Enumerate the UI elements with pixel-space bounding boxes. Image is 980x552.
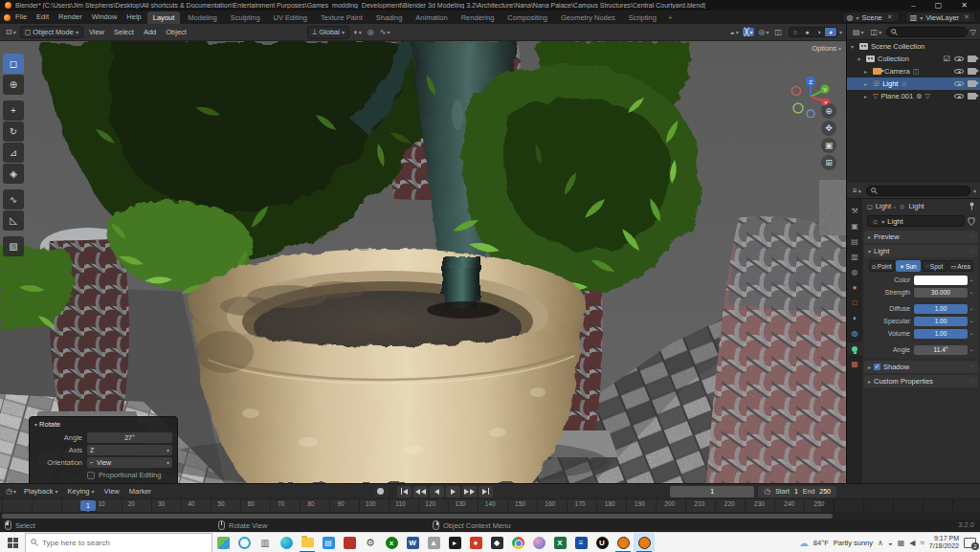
shading-solid-button[interactable]: ● xyxy=(801,28,813,36)
animate-dot[interactable]: • xyxy=(968,331,975,337)
blender-active-taskbar-icon[interactable] xyxy=(634,533,655,552)
tab-physics[interactable]: ◍ xyxy=(847,327,862,340)
weather-desc[interactable]: Partly sunny xyxy=(834,539,873,547)
mail-icon[interactable]: ▤ xyxy=(318,533,339,552)
excel-icon[interactable]: X xyxy=(549,533,570,552)
tab-view-layer[interactable]: ▥ xyxy=(847,251,862,263)
menu-help[interactable]: Help xyxy=(122,11,145,24)
menu-file[interactable]: File xyxy=(11,11,32,24)
transform-orientation-selector[interactable]: ⟂ Global ▾ xyxy=(307,26,349,39)
collection-checkbox[interactable]: ☑ xyxy=(944,55,950,63)
show-gizmo-toggle[interactable]: ╳▾ xyxy=(743,28,755,36)
weather-temp[interactable]: 84°F xyxy=(813,539,829,547)
xbox-icon[interactable]: x xyxy=(381,533,402,552)
proportional-editing-toggle[interactable]: ◎ xyxy=(366,28,376,36)
object-type-visibility-dropdown[interactable]: ◒▾ xyxy=(728,28,741,36)
gizmo-x-neg[interactable] xyxy=(792,87,801,96)
auto-keying-button[interactable] xyxy=(373,486,388,497)
plane-label[interactable]: Plane.001 xyxy=(880,92,913,100)
shading-wireframe-button[interactable]: ○ xyxy=(790,28,801,36)
operator-panel-title[interactable]: ▾ Rotate xyxy=(34,420,172,429)
task-view-icon[interactable]: ▥ xyxy=(255,533,276,552)
light-type-area[interactable]: ▭Area xyxy=(948,260,974,272)
panel-grip-icon[interactable]: ∷ xyxy=(970,248,974,255)
end-frame-field[interactable]: 250 xyxy=(819,488,831,495)
camera-label[interactable]: Camera xyxy=(884,67,910,76)
light-label[interactable]: Light xyxy=(882,79,898,88)
timeline-scrollbar[interactable] xyxy=(2,514,833,519)
filter-icon[interactable]: ▽ xyxy=(970,28,976,36)
workspace-tab-animation[interactable]: Animation xyxy=(410,11,453,24)
tab-object[interactable]: □ xyxy=(847,297,862,309)
viewport-options-button[interactable]: Options ▾ xyxy=(812,44,841,53)
menu-render[interactable]: Render xyxy=(54,11,87,24)
animate-dot[interactable]: • xyxy=(968,290,975,296)
plant-pot[interactable] xyxy=(158,249,608,483)
tab-object-data[interactable] xyxy=(847,342,862,355)
disable-in-renders-icon[interactable] xyxy=(968,68,976,75)
outliner-row-camera[interactable]: ▸ Camera ◫ xyxy=(847,65,980,77)
panel-preview[interactable]: ▸ Preview ∷ xyxy=(864,231,978,243)
word-icon[interactable]: W xyxy=(402,533,423,552)
workspace-tab-uv-editing[interactable]: UV Editing xyxy=(268,11,313,24)
tray-app2-icon[interactable]: ▦ xyxy=(898,539,905,547)
light-type-sun[interactable]: ☀Sun xyxy=(896,260,922,272)
settings-icon[interactable]: ⚙ xyxy=(360,533,381,552)
tray-expand-icon[interactable]: ∧ xyxy=(878,539,883,547)
breadcrumb-object[interactable]: Light xyxy=(876,202,891,210)
hide-in-viewport-icon[interactable] xyxy=(954,55,964,63)
workspace-tab-rendering[interactable]: Rendering xyxy=(456,11,501,24)
red-app-icon[interactable] xyxy=(339,533,360,552)
animate-dot[interactable]: • xyxy=(968,347,975,353)
show-overlays-toggle[interactable]: ◎▾ xyxy=(756,28,770,36)
editor-type-button[interactable]: ⊡▾ xyxy=(4,28,18,36)
datablock-name[interactable]: Light xyxy=(887,217,902,226)
shadow-checkbox[interactable]: ✓ xyxy=(874,364,880,370)
taskbar-search-input[interactable]: Type here to search xyxy=(25,533,212,552)
workspace-tab-modeling[interactable]: Modeling xyxy=(182,11,222,24)
hide-in-viewport-icon[interactable] xyxy=(954,92,964,100)
panel-grip-icon[interactable]: ∷ xyxy=(970,233,974,241)
scene-selector[interactable]: ◍▾ Scene ✕ xyxy=(842,11,900,23)
viewport-menu-view[interactable]: View xyxy=(85,28,108,36)
proportional-editing-checkbox[interactable] xyxy=(87,472,95,479)
red-app2-icon[interactable]: ● xyxy=(465,533,486,552)
light-type-spot[interactable]: ◌Spot xyxy=(922,260,947,272)
color-swatch[interactable] xyxy=(914,276,968,285)
collection-label[interactable]: Collection xyxy=(878,55,909,63)
close-button[interactable]: ✕ xyxy=(953,0,975,11)
add-workspace-button[interactable]: + xyxy=(663,13,677,22)
workspace-tab-shading[interactable]: Shading xyxy=(370,11,409,24)
tool-add-cube[interactable]: ▧ xyxy=(3,236,24,256)
tool-rotate[interactable]: ↻ xyxy=(3,121,24,142)
tool-measure[interactable]: ◺ xyxy=(3,210,24,231)
properties-options-icon[interactable]: ▾ xyxy=(973,188,976,194)
unlink-scene-icon[interactable]: ✕ xyxy=(885,13,895,21)
tab-constraints[interactable]: ◖ xyxy=(847,312,862,324)
timeline-editor-type-button[interactable]: ◷▾ xyxy=(4,487,18,496)
angle-field[interactable]: 11.4° xyxy=(914,345,968,355)
tab-render[interactable]: ▣ xyxy=(847,220,862,232)
media-app-icon[interactable]: ▸ xyxy=(444,533,465,552)
workspace-tab-geometry-nodes[interactable]: Geometry Nodes xyxy=(555,11,621,24)
workspace-tab-texture-paint[interactable]: Texture Paint xyxy=(315,11,368,24)
specular-slider[interactable]: 1.00 xyxy=(914,317,968,326)
properties-search-input[interactable] xyxy=(866,186,970,196)
viewport-menu-add[interactable]: Add xyxy=(140,28,160,36)
proportional-falloff-dropdown[interactable]: ∿▾ xyxy=(378,28,392,36)
expand-icon[interactable]: ▸ xyxy=(864,68,870,75)
snap-toggle[interactable]: ◖▾ xyxy=(351,28,364,36)
gizmo-y-neg[interactable] xyxy=(793,103,803,113)
outliner-row-collection[interactable]: ▾ Collection ☑ xyxy=(847,53,980,65)
playhead[interactable]: 1 xyxy=(80,500,96,511)
strength-field[interactable]: 30.000 xyxy=(914,288,968,298)
workspace-tab-sculpting[interactable]: Sculpting xyxy=(225,11,266,24)
tool-move[interactable]: + xyxy=(3,100,24,121)
tab-output[interactable]: ▤ xyxy=(847,235,862,248)
viewport-menu-select[interactable]: Select xyxy=(110,28,138,36)
workspace-tab-layout[interactable]: Layout xyxy=(147,11,181,24)
file-explorer-icon[interactable] xyxy=(297,533,318,552)
angle-field[interactable]: 27° xyxy=(87,432,172,443)
diffuse-slider[interactable]: 1.00 xyxy=(914,304,968,314)
operator-panel-rotate[interactable]: ▾ Rotate Angle 27° Axis Z▾ Orientation ⌐… xyxy=(29,416,178,483)
